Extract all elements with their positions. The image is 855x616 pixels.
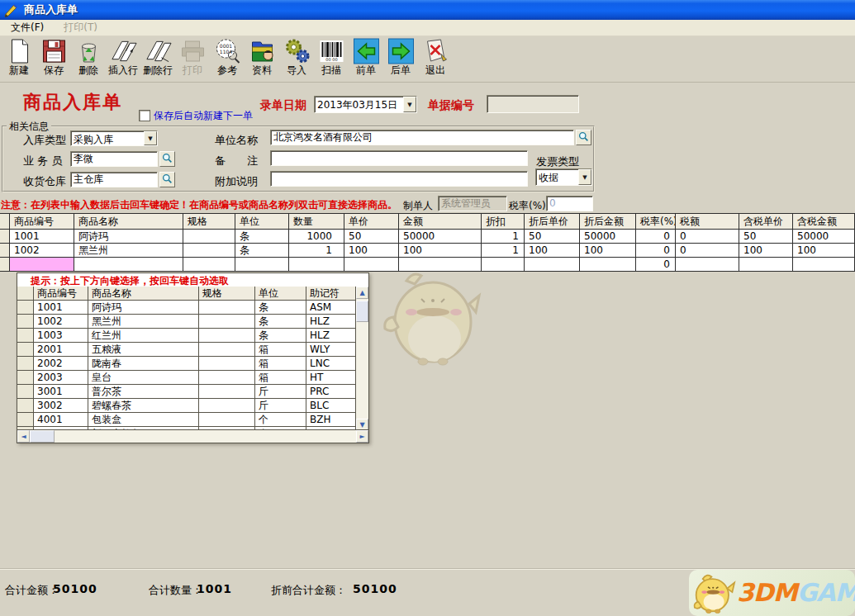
- grid-cell[interactable]: [183, 258, 235, 272]
- scrollbar-thumb[interactable]: [356, 301, 368, 322]
- list-cell[interactable]: [199, 315, 255, 329]
- grid-cell[interactable]: [482, 258, 525, 272]
- invoice-type-combobox[interactable]: 收据 ▼: [535, 168, 592, 186]
- row-selector[interactable]: [17, 287, 34, 301]
- list-cell[interactable]: 条: [255, 315, 306, 329]
- grid-cell[interactable]: [739, 258, 793, 272]
- list-cell[interactable]: LNC: [306, 357, 356, 371]
- list-cell[interactable]: HLZ: [306, 329, 356, 343]
- row-selector[interactable]: [17, 329, 34, 343]
- table-row[interactable]: 1001阿诗玛条1000505000015050000005050000: [0, 230, 855, 244]
- toolbar-button-reference[interactable]: 00011104参考: [210, 36, 245, 81]
- list-cell[interactable]: 包装盒: [88, 413, 199, 427]
- list-cell[interactable]: 条: [255, 329, 306, 343]
- list-cell[interactable]: [199, 399, 255, 413]
- grid-cell[interactable]: [289, 258, 344, 272]
- grid-cell[interactable]: 50: [739, 230, 793, 244]
- grid-cell[interactable]: 条: [235, 230, 289, 244]
- list-cell[interactable]: [199, 385, 255, 399]
- grid-cell[interactable]: 50000: [580, 230, 636, 244]
- list-item[interactable]: 2003皇台箱HT: [17, 371, 356, 385]
- list-item[interactable]: 3002碧螺春茶斤BLC: [17, 399, 356, 413]
- grid-cell[interactable]: 50000: [793, 230, 855, 244]
- list-cell[interactable]: 箱: [255, 357, 306, 371]
- grid-cell[interactable]: 1000: [289, 230, 344, 244]
- popup-vertical-scrollbar[interactable]: ▲ ▼: [355, 287, 368, 431]
- grid-cell[interactable]: [74, 258, 183, 272]
- list-cell[interactable]: WLY: [306, 343, 356, 357]
- list-cell[interactable]: BZH: [306, 413, 356, 427]
- row-selector[interactable]: [17, 399, 34, 413]
- grid-cell[interactable]: 100: [739, 244, 793, 258]
- toolbar-button-delete[interactable]: 删除: [71, 36, 106, 81]
- toolbar-button-insert-row[interactable]: 插入行: [106, 36, 140, 81]
- unit-name-lookup-button[interactable]: [576, 130, 591, 145]
- list-cell[interactable]: 皇台: [88, 371, 199, 385]
- grid-cell[interactable]: 0: [636, 244, 676, 258]
- grid-cell[interactable]: 0: [636, 258, 676, 272]
- list-cell[interactable]: ASM: [306, 301, 356, 315]
- chevron-down-icon[interactable]: ▼: [578, 169, 591, 185]
- tax-rate-input[interactable]: 0: [546, 196, 593, 211]
- row-selector[interactable]: [17, 385, 34, 399]
- auto-new-checkbox[interactable]: [139, 110, 150, 121]
- grid-cell[interactable]: [580, 258, 636, 272]
- grid-cell[interactable]: 0: [676, 244, 739, 258]
- list-cell[interactable]: 条: [255, 301, 306, 315]
- grid-cell[interactable]: [525, 258, 580, 272]
- grid-cell[interactable]: 100: [525, 244, 580, 258]
- warehouse-lookup-button[interactable]: [159, 172, 175, 187]
- list-item[interactable]: 1001阿诗玛条ASM: [17, 301, 356, 315]
- menu-file[interactable]: 文件(F): [7, 20, 48, 36]
- scroll-up-icon[interactable]: ▲: [356, 287, 368, 299]
- list-cell[interactable]: 个: [255, 413, 306, 427]
- list-cell[interactable]: 2001: [34, 343, 88, 357]
- grid-cell[interactable]: [793, 258, 855, 272]
- row-selector[interactable]: [0, 244, 10, 258]
- list-cell[interactable]: [199, 371, 255, 385]
- list-cell[interactable]: 3001: [34, 385, 88, 399]
- scroll-left-icon[interactable]: ◄: [17, 430, 30, 443]
- list-item[interactable]: 2001五粮液箱WLY: [17, 343, 356, 357]
- grid-cell[interactable]: 黑兰州: [74, 244, 183, 258]
- list-cell[interactable]: [199, 329, 255, 343]
- list-cell[interactable]: 3002: [34, 399, 88, 413]
- list-cell[interactable]: 1003: [34, 329, 88, 343]
- grid-cell[interactable]: 0: [636, 230, 676, 244]
- grid-cell[interactable]: 100: [793, 244, 855, 258]
- toolbar-button-save[interactable]: 保存: [36, 36, 71, 81]
- toolbar-button-exit[interactable]: 退出: [418, 36, 453, 81]
- list-cell[interactable]: PRC: [306, 385, 356, 399]
- scrollbar-thumb[interactable]: [30, 430, 55, 443]
- list-cell[interactable]: 1002: [34, 315, 88, 329]
- toolbar-button-next-doc[interactable]: 后单: [383, 36, 418, 81]
- popup-horizontal-scrollbar[interactable]: ◄ ►: [17, 429, 368, 443]
- row-selector[interactable]: [0, 214, 10, 230]
- toolbar-button-data[interactable]: 资料: [245, 36, 279, 81]
- row-selector[interactable]: [0, 230, 10, 244]
- list-cell[interactable]: 五粮液: [88, 343, 199, 357]
- list-item[interactable]: 4001包装盒个BZH: [17, 413, 356, 427]
- grid-cell[interactable]: 50: [525, 230, 580, 244]
- toolbar-button-prev-doc[interactable]: 前单: [349, 36, 383, 81]
- row-selector[interactable]: [0, 258, 10, 272]
- row-selector[interactable]: [17, 413, 34, 427]
- grid-cell[interactable]: 1002: [10, 244, 74, 258]
- grid-cell[interactable]: 50: [344, 230, 399, 244]
- row-selector[interactable]: [17, 371, 34, 385]
- list-cell[interactable]: BLC: [306, 399, 356, 413]
- toolbar-button-scan[interactable]: 00 00扫描: [314, 36, 349, 81]
- list-cell[interactable]: 黑兰州: [88, 315, 199, 329]
- list-cell[interactable]: 碧螺春茶: [88, 399, 199, 413]
- toolbar-button-new[interactable]: 新建: [2, 36, 36, 81]
- row-selector[interactable]: [17, 301, 34, 315]
- list-cell[interactable]: [199, 357, 255, 371]
- grid-cell[interactable]: [235, 258, 289, 272]
- list-cell[interactable]: HLZ: [306, 315, 356, 329]
- salesman-input[interactable]: 李微: [70, 151, 158, 167]
- grid-cell[interactable]: 100: [399, 244, 482, 258]
- chevron-down-icon[interactable]: ▼: [403, 97, 416, 112]
- row-selector[interactable]: [17, 315, 34, 329]
- unit-name-input[interactable]: 北京鸿发名酒有限公司: [270, 130, 574, 145]
- row-selector[interactable]: [17, 343, 34, 357]
